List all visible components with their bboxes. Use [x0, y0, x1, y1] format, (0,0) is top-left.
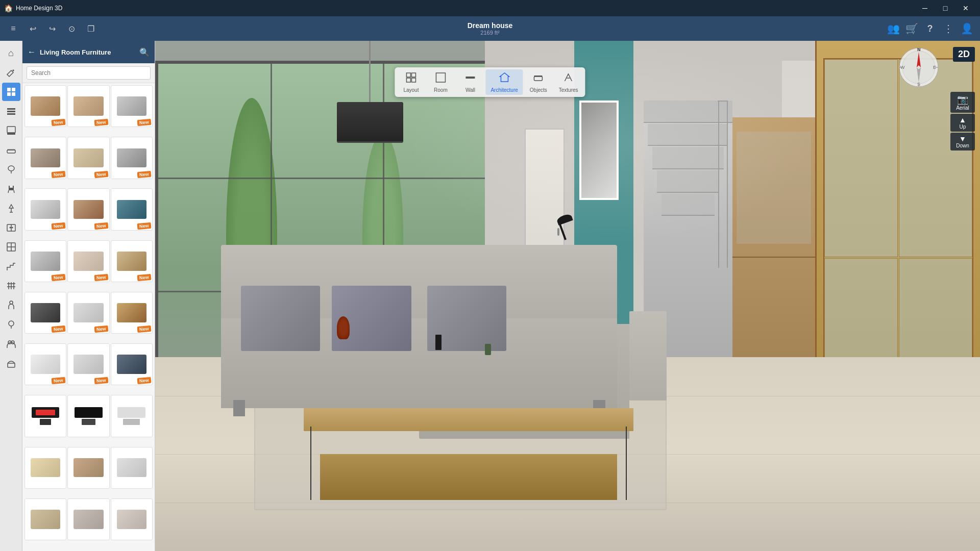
svg-line-25 — [8, 190, 9, 193]
list-item[interactable]: New — [67, 85, 109, 127]
desk-lamp — [565, 219, 567, 240]
mode-textures[interactable]: Textures — [554, 69, 583, 95]
minimize-button[interactable]: ─ — [915, 0, 935, 16]
architecture-label: Architecture — [491, 87, 518, 93]
items-grid: New New New New — [22, 83, 155, 551]
list-item[interactable] — [24, 395, 66, 437]
redo-button[interactable]: ↪ — [44, 20, 60, 37]
list-item[interactable]: New — [67, 292, 109, 334]
title-bar-left: 🏠 Home Design 3D — [4, 4, 62, 12]
list-item[interactable]: New — [67, 240, 109, 282]
catalog-panel: ← Living Room Furniture 🔍 New New — [22, 41, 155, 551]
sidebar-item-fence[interactable] — [2, 277, 20, 295]
new-badge: New — [137, 222, 151, 230]
list-item[interactable]: New — [111, 85, 153, 127]
sidebar-item-home[interactable]: ⌂ — [2, 44, 20, 62]
mode-architecture[interactable]: Architecture — [485, 69, 523, 95]
help-button[interactable]: ? — [922, 20, 938, 37]
search-input[interactable] — [27, 66, 151, 80]
aerial-button[interactable]: 📷 Aerial — [950, 92, 975, 113]
catalog-header: ← Living Room Furniture 🔍 — [22, 41, 155, 63]
sidebar-item-outdoor[interactable] — [2, 315, 20, 334]
list-item[interactable]: New — [111, 188, 153, 230]
list-item[interactable]: New — [67, 188, 109, 230]
svg-rect-24 — [13, 186, 14, 188]
glass-pane — [824, 59, 898, 257]
copy-button[interactable]: ❐ — [83, 20, 99, 37]
sidebar-item-window[interactable] — [2, 238, 20, 256]
compass: N S E W — [898, 47, 939, 88]
svg-line-26 — [14, 190, 14, 193]
catalog-search-button[interactable]: 🔍 — [139, 47, 150, 57]
list-item[interactable] — [67, 395, 109, 437]
list-item[interactable]: New — [24, 240, 66, 282]
app-title: Home Design 3D — [16, 5, 62, 12]
stair-step — [652, 147, 724, 169]
sidebar-item-chair[interactable] — [2, 180, 20, 198]
svg-rect-19 — [7, 149, 15, 151]
sidebar-item-stairs[interactable] — [2, 257, 20, 276]
viewport[interactable]: N S E W 2D 📷 Aerial ▲ Up — [155, 41, 980, 551]
new-badge: New — [137, 170, 151, 178]
list-item[interactable] — [111, 395, 153, 437]
close-button[interactable]: ✕ — [955, 0, 976, 16]
undo-button[interactable]: ↩ — [24, 20, 41, 37]
list-item[interactable]: New — [24, 137, 66, 179]
svg-rect-6 — [534, 77, 543, 81]
list-item[interactable]: New — [24, 85, 66, 127]
history-button[interactable]: ⊙ — [63, 20, 80, 37]
mode-objects[interactable]: Objects — [524, 69, 553, 95]
sidebar-item-cabinet[interactable] — [2, 218, 20, 237]
list-item[interactable]: New — [111, 292, 153, 334]
sidebar-item-layers[interactable] — [2, 102, 20, 120]
list-item[interactable] — [24, 498, 66, 540]
aerial-label: Aerial — [956, 105, 969, 111]
sidebar-item-sofa[interactable] — [2, 141, 20, 159]
list-item[interactable]: New — [111, 343, 153, 385]
maximize-button[interactable]: □ — [935, 0, 955, 16]
catalog-title: Living Room Furniture — [40, 48, 135, 56]
sidebar-item-paint[interactable] — [2, 121, 20, 140]
sidebar-item-grid[interactable] — [2, 83, 20, 101]
more-button[interactable]: ⋮ — [940, 20, 957, 37]
catalog-back-button[interactable]: ← — [28, 47, 36, 57]
room-label: Room — [434, 87, 448, 93]
sidebar-item-tools[interactable] — [2, 63, 20, 82]
sidebar-item-plant[interactable] — [2, 160, 20, 179]
list-item[interactable] — [111, 447, 153, 489]
mode-room[interactable]: Room — [426, 69, 455, 95]
view-2d-button[interactable]: 2D — [953, 47, 975, 62]
wall-icon — [464, 71, 476, 86]
down-button[interactable]: ▼ Down — [950, 133, 975, 151]
users-button[interactable]: 👥 — [885, 20, 901, 37]
svg-rect-3 — [411, 78, 415, 82]
sidebar-item-lamp[interactable] — [2, 199, 20, 217]
pendant-cord — [369, 41, 371, 102]
list-item[interactable] — [67, 447, 109, 489]
mode-wall[interactable]: Wall — [456, 69, 484, 95]
sidebar-item-group[interactable] — [2, 335, 20, 353]
menu-button[interactable]: ≡ — [5, 20, 21, 37]
sidebar-item-outdoor2[interactable] — [2, 354, 20, 372]
svg-rect-23 — [9, 186, 10, 188]
list-item[interactable]: New — [24, 343, 66, 385]
list-item[interactable] — [111, 498, 153, 540]
shop-button[interactable]: 🛒 — [903, 20, 920, 37]
up-icon: ▲ — [959, 116, 966, 124]
textures-icon — [562, 71, 575, 86]
mode-layout[interactable]: Layout — [397, 69, 425, 95]
list-item[interactable] — [24, 447, 66, 489]
list-item[interactable]: New — [111, 137, 153, 179]
account-button[interactable]: 👤 — [959, 20, 975, 37]
list-item[interactable]: New — [67, 343, 109, 385]
list-item[interactable] — [67, 498, 109, 540]
list-item[interactable]: New — [111, 240, 153, 282]
list-item[interactable]: New — [67, 137, 109, 179]
app-icon: 🏠 — [4, 4, 13, 12]
up-label: Up — [960, 124, 966, 130]
list-item[interactable]: New — [24, 292, 66, 334]
up-button[interactable]: ▲ Up — [950, 114, 975, 132]
list-item[interactable]: New — [24, 188, 66, 230]
left-sidebar: ⌂ — [0, 41, 22, 551]
sidebar-item-person[interactable] — [2, 296, 20, 314]
